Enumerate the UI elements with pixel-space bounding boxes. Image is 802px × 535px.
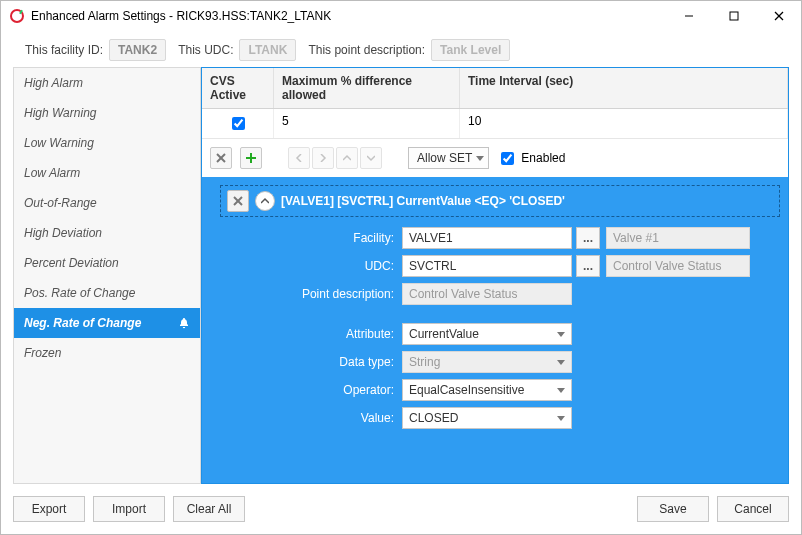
operator-dropdown[interactable]: EqualCaseInsensitive: [402, 379, 572, 401]
grid-row: 5 10: [202, 109, 788, 139]
svg-rect-3: [730, 12, 738, 20]
col-time-interval: Time Interval (sec): [460, 68, 788, 108]
expression-text: [VALVE1] [SVCTRL] CurrentValue <EQ> 'CLO…: [281, 194, 565, 208]
enabled-label: Enabled: [521, 151, 565, 165]
udc-description: Control Valve Status: [606, 255, 750, 277]
import-button[interactable]: Import: [93, 496, 165, 522]
cvs-active-checkbox[interactable]: [232, 117, 245, 130]
window-buttons: [666, 1, 801, 31]
attribute-value: CurrentValue: [409, 327, 479, 341]
footer: Export Import Clear All Save Cancel: [1, 484, 801, 534]
facility-id-label: This facility ID:: [25, 43, 103, 57]
add-expression-button[interactable]: [240, 147, 262, 169]
move-up-button[interactable]: [336, 147, 358, 169]
window-title: Enhanced Alarm Settings - RICK93.HSS:TAN…: [31, 9, 666, 23]
window: Enhanced Alarm Settings - RICK93.HSS:TAN…: [0, 0, 802, 535]
sidebar-item-out-of-range[interactable]: Out-of-Range: [14, 188, 200, 218]
sidebar-item-pos-rate-of-change[interactable]: Pos. Rate of Change: [14, 278, 200, 308]
move-down-button[interactable]: [360, 147, 382, 169]
sidebar-item-label: Out-of-Range: [24, 196, 97, 210]
sidebar-item-label: Frozen: [24, 346, 61, 360]
sidebar-item-high-warning[interactable]: High Warning: [14, 98, 200, 128]
chevron-down-icon: [557, 416, 565, 421]
value-label: Value:: [272, 411, 402, 425]
expression-header: [VALVE1] [SVCTRL] CurrentValue <EQ> 'CLO…: [220, 185, 780, 217]
chevron-down-icon: [557, 332, 565, 337]
facility-input[interactable]: VALVE1: [402, 227, 572, 249]
sidebar-item-label: Pos. Rate of Change: [24, 286, 135, 300]
close-button[interactable]: [756, 1, 801, 31]
sidebar-item-label: High Deviation: [24, 226, 102, 240]
sidebar-item-frozen[interactable]: Frozen: [14, 338, 200, 368]
sidebar-item-label: Percent Deviation: [24, 256, 119, 270]
col-max-pct: Maximum % difference allowed: [274, 68, 460, 108]
sidebar-item-percent-deviation[interactable]: Percent Deviation: [14, 248, 200, 278]
sidebar-item-label: Low Alarm: [24, 166, 80, 180]
chevron-down-icon: [557, 388, 565, 393]
udc-field-label: UDC:: [272, 259, 402, 273]
export-button[interactable]: Export: [13, 496, 85, 522]
grid-header: CVS Active Maximum % difference allowed …: [202, 68, 788, 109]
udc-value: LTANK: [239, 39, 296, 61]
main-panel: CVS Active Maximum % difference allowed …: [201, 67, 789, 484]
sidebar: High Alarm High Warning Low Warning Low …: [13, 67, 201, 484]
sidebar-item-low-alarm[interactable]: Low Alarm: [14, 158, 200, 188]
sidebar-item-low-warning[interactable]: Low Warning: [14, 128, 200, 158]
enabled-checkbox-wrap[interactable]: Enabled: [497, 149, 565, 168]
operator-value: EqualCaseInsensitive: [409, 383, 524, 397]
allow-set-label: Allow SET: [417, 151, 472, 165]
point-desc-value: Control Valve Status: [402, 283, 572, 305]
expression-toolbar: Allow SET Enabled: [202, 139, 788, 177]
attribute-label: Attribute:: [272, 327, 402, 341]
move-left-button[interactable]: [288, 147, 310, 169]
sidebar-item-label: High Warning: [24, 106, 96, 120]
max-pct-cell[interactable]: 5: [274, 109, 460, 138]
data-type-label: Data type:: [272, 355, 402, 369]
bell-icon: [178, 317, 190, 329]
collapse-condition-button[interactable]: [255, 191, 275, 211]
svg-line-4: [775, 12, 783, 20]
facility-label: Facility:: [272, 231, 402, 245]
point-desc-label: Point description:: [272, 287, 402, 301]
facility-browse-button[interactable]: ...: [576, 227, 600, 249]
operator-label: Operator:: [272, 383, 402, 397]
col-cvs-active: CVS Active: [202, 68, 274, 108]
context-row: This facility ID: TANK2 This UDC: LTANK …: [1, 31, 801, 67]
data-type-value: String: [409, 355, 440, 369]
save-button[interactable]: Save: [637, 496, 709, 522]
maximize-button[interactable]: [711, 1, 756, 31]
attribute-dropdown[interactable]: CurrentValue: [402, 323, 572, 345]
condition-form: Facility: VALVE1 ... Valve #1 UDC: SVCTR…: [212, 217, 780, 429]
titlebar: Enhanced Alarm Settings - RICK93.HSS:TAN…: [1, 1, 801, 31]
udc-browse-button[interactable]: ...: [576, 255, 600, 277]
sidebar-item-label: Low Warning: [24, 136, 94, 150]
clear-all-button[interactable]: Clear All: [173, 496, 245, 522]
delete-expression-button[interactable]: [210, 147, 232, 169]
allow-set-dropdown[interactable]: Allow SET: [408, 147, 489, 169]
move-right-button[interactable]: [312, 147, 334, 169]
chevron-down-icon: [476, 156, 484, 161]
sidebar-item-high-deviation[interactable]: High Deviation: [14, 218, 200, 248]
svg-line-5: [775, 12, 783, 20]
app-icon: [9, 8, 25, 24]
sidebar-item-label: Neg. Rate of Change: [24, 316, 141, 330]
sidebar-item-neg-rate-of-change[interactable]: Neg. Rate of Change: [14, 308, 200, 338]
sidebar-item-label: High Alarm: [24, 76, 83, 90]
remove-condition-button[interactable]: [227, 190, 249, 212]
udc-input[interactable]: SVCTRL: [402, 255, 572, 277]
cvs-active-cell[interactable]: [202, 109, 274, 138]
time-interval-cell[interactable]: 10: [460, 109, 788, 138]
enabled-checkbox[interactable]: [501, 152, 514, 165]
value-value: CLOSED: [409, 411, 458, 425]
facility-description: Valve #1: [606, 227, 750, 249]
value-dropdown[interactable]: CLOSED: [402, 407, 572, 429]
data-type-dropdown: String: [402, 351, 572, 373]
condition-panel: [VALVE1] [SVCTRL] CurrentValue <EQ> 'CLO…: [202, 177, 788, 483]
minimize-button[interactable]: [666, 1, 711, 31]
udc-label: This UDC:: [178, 43, 233, 57]
sidebar-item-high-alarm[interactable]: High Alarm: [14, 68, 200, 98]
move-buttons: [288, 147, 382, 169]
facility-id-value: TANK2: [109, 39, 166, 61]
point-description-label: This point description:: [308, 43, 425, 57]
cancel-button[interactable]: Cancel: [717, 496, 789, 522]
